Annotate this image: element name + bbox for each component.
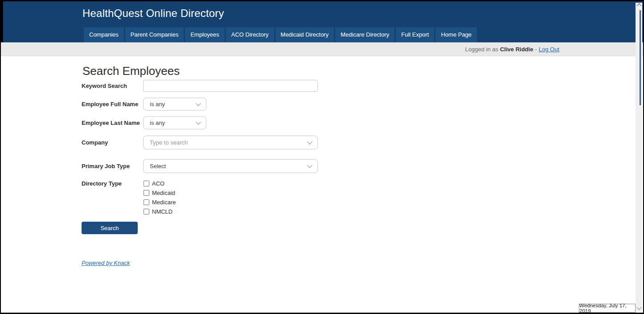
search-employees-form: Keyword Search Employee Full Name is any… [82,80,559,234]
aco-checkbox[interactable] [144,181,149,186]
main-content: Search Employees Keyword Search Employee… [1,56,643,267]
nav-tab-full-export[interactable]: Full Export [396,27,434,42]
aco-checkbox-label: ACO [152,180,164,187]
last-name-operator-select[interactable]: is any [143,116,206,129]
form-row-last-name: Employee Last Name is any [82,116,559,129]
scrollbar-up-arrow-icon[interactable] [636,3,641,8]
vertical-scrollbar[interactable] [636,3,642,311]
nav-tab-medicare-directory[interactable]: Medicare Directory [335,27,394,42]
directory-type-label: Directory Type [82,179,143,187]
medicaid-checkbox-label: Medicaid [152,190,175,196]
primary-job-type-label: Primary Job Type [82,163,143,169]
app-title: HealthQuest Online Directory [82,7,224,20]
browser-viewport: HealthQuest Online Directory Companies P… [1,1,643,313]
nav-tab-aco-directory[interactable]: ACO Directory [226,27,274,42]
employee-last-name-label: Employee Last Name [82,120,143,126]
form-row-job-type: Primary Job Type Select [82,159,559,173]
main-nav: Companies Parent Companies Employees ACO… [84,27,477,42]
page-title: Search Employees [82,63,559,78]
directory-type-option-aco[interactable]: ACO [143,179,176,188]
company-label: Company [82,139,143,146]
directory-type-option-nmcld[interactable]: NMCLD [143,207,176,216]
nav-tab-employees[interactable]: Employees [185,27,224,42]
medicaid-checkbox[interactable] [144,190,149,196]
directory-type-options: ACO Medicaid Medicare NMCLD [143,179,176,216]
powered-by-knack-link[interactable]: Powered by Knack [82,260,130,266]
employee-full-name-label: Employee Full Name [82,101,143,107]
medicare-checkbox-label: Medicare [152,199,176,206]
search-button[interactable]: Search [82,222,138,234]
window-border-left [1,1,3,42]
app-header: HealthQuest Online Directory Companies P… [1,1,643,42]
company-search-select[interactable] [143,136,318,149]
directory-type-option-medicaid[interactable]: Medicaid [143,188,176,198]
medicare-checkbox[interactable] [144,199,149,205]
user-bar: Logged in as Clive Riddle - Log Out [1,42,643,56]
chevron-down-icon [196,101,201,106]
logged-in-username: Clive Riddle [500,46,533,53]
form-row-company: Company [82,136,559,149]
date-widget[interactable]: Wednesday, July 17, 2019 [579,304,636,313]
form-row-full-name: Employee Full Name is any [82,98,559,111]
chevron-down-icon [196,120,201,124]
form-row-directory-type: Directory Type ACO Medicaid Medicare [82,179,559,216]
company-search-input[interactable] [144,139,299,146]
logged-in-prefix: Logged in as [465,46,498,53]
screenshot-root: { "header": { "title": "HealthQuest Onli… [0,0,644,314]
nav-tab-parent-companies[interactable]: Parent Companies [125,27,184,42]
nmcld-checkbox-label: NMCLD [152,208,172,215]
nmcld-checkbox[interactable] [144,209,149,215]
chevron-down-icon [307,163,312,168]
scrollbar-thumb[interactable] [640,10,641,105]
full-name-operator-select[interactable]: is any [143,98,206,111]
directory-type-option-medicare[interactable]: Medicare [143,198,176,207]
form-row-keyword: Keyword Search [82,80,559,92]
nav-tab-home-page[interactable]: Home Page [435,27,477,42]
logged-in-separator: - [535,46,537,53]
scrollbar-down-arrow-icon[interactable] [636,305,641,310]
nav-tab-medicaid-directory[interactable]: Medicaid Directory [275,27,334,42]
last-name-operator-value: is any [144,120,165,126]
full-name-operator-value: is any [144,101,165,107]
chevron-down-icon [307,139,312,144]
primary-job-type-value: Select [144,163,166,169]
keyword-search-label: Keyword Search [82,83,143,89]
log-out-link[interactable]: Log Out [539,46,559,53]
keyword-search-input[interactable] [143,80,318,92]
primary-job-type-select[interactable]: Select [143,159,318,173]
nav-tab-companies[interactable]: Companies [84,27,124,42]
